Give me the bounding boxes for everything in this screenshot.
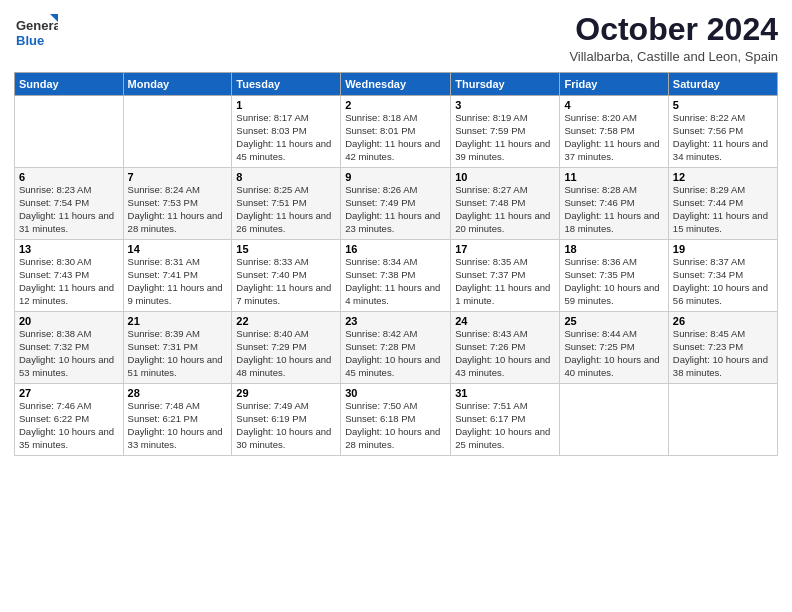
- logo-icon: General Blue: [14, 12, 58, 56]
- day-number: 14: [128, 243, 228, 255]
- cell-info: Sunrise: 8:45 AM Sunset: 7:23 PM Dayligh…: [673, 328, 773, 379]
- day-number: 4: [564, 99, 663, 111]
- cell-info: Sunrise: 8:36 AM Sunset: 7:35 PM Dayligh…: [564, 256, 663, 307]
- day-number: 20: [19, 315, 119, 327]
- calendar-cell: 28Sunrise: 7:48 AM Sunset: 6:21 PM Dayli…: [123, 384, 232, 456]
- header: General Blue October 2024 Villalbarba, C…: [14, 12, 778, 64]
- cell-info: Sunrise: 8:31 AM Sunset: 7:41 PM Dayligh…: [128, 256, 228, 307]
- col-friday: Friday: [560, 73, 668, 96]
- calendar-cell: 16Sunrise: 8:34 AM Sunset: 7:38 PM Dayli…: [341, 240, 451, 312]
- calendar-cell: 2Sunrise: 8:18 AM Sunset: 8:01 PM Daylig…: [341, 96, 451, 168]
- cell-info: Sunrise: 8:24 AM Sunset: 7:53 PM Dayligh…: [128, 184, 228, 235]
- day-number: 23: [345, 315, 446, 327]
- day-number: 19: [673, 243, 773, 255]
- calendar-cell: [15, 96, 124, 168]
- cell-info: Sunrise: 8:39 AM Sunset: 7:31 PM Dayligh…: [128, 328, 228, 379]
- cell-info: Sunrise: 7:49 AM Sunset: 6:19 PM Dayligh…: [236, 400, 336, 451]
- day-number: 30: [345, 387, 446, 399]
- calendar-cell: 29Sunrise: 7:49 AM Sunset: 6:19 PM Dayli…: [232, 384, 341, 456]
- day-number: 3: [455, 99, 555, 111]
- calendar-cell: 11Sunrise: 8:28 AM Sunset: 7:46 PM Dayli…: [560, 168, 668, 240]
- cell-info: Sunrise: 8:34 AM Sunset: 7:38 PM Dayligh…: [345, 256, 446, 307]
- calendar-cell: 24Sunrise: 8:43 AM Sunset: 7:26 PM Dayli…: [451, 312, 560, 384]
- cell-info: Sunrise: 8:37 AM Sunset: 7:34 PM Dayligh…: [673, 256, 773, 307]
- location-subtitle: Villalbarba, Castille and Leon, Spain: [569, 49, 778, 64]
- calendar-cell: 23Sunrise: 8:42 AM Sunset: 7:28 PM Dayli…: [341, 312, 451, 384]
- calendar-cell: 14Sunrise: 8:31 AM Sunset: 7:41 PM Dayli…: [123, 240, 232, 312]
- calendar-cell: 26Sunrise: 8:45 AM Sunset: 7:23 PM Dayli…: [668, 312, 777, 384]
- calendar-cell: 9Sunrise: 8:26 AM Sunset: 7:49 PM Daylig…: [341, 168, 451, 240]
- calendar-cell: 4Sunrise: 8:20 AM Sunset: 7:58 PM Daylig…: [560, 96, 668, 168]
- cell-info: Sunrise: 8:26 AM Sunset: 7:49 PM Dayligh…: [345, 184, 446, 235]
- day-number: 31: [455, 387, 555, 399]
- calendar-cell: 17Sunrise: 8:35 AM Sunset: 7:37 PM Dayli…: [451, 240, 560, 312]
- calendar-cell: [560, 384, 668, 456]
- calendar-table: Sunday Monday Tuesday Wednesday Thursday…: [14, 72, 778, 456]
- day-number: 5: [673, 99, 773, 111]
- day-number: 10: [455, 171, 555, 183]
- day-number: 29: [236, 387, 336, 399]
- cell-info: Sunrise: 8:33 AM Sunset: 7:40 PM Dayligh…: [236, 256, 336, 307]
- col-monday: Monday: [123, 73, 232, 96]
- calendar-week-row: 1Sunrise: 8:17 AM Sunset: 8:03 PM Daylig…: [15, 96, 778, 168]
- cell-info: Sunrise: 8:25 AM Sunset: 7:51 PM Dayligh…: [236, 184, 336, 235]
- day-number: 11: [564, 171, 663, 183]
- calendar-cell: 8Sunrise: 8:25 AM Sunset: 7:51 PM Daylig…: [232, 168, 341, 240]
- day-number: 27: [19, 387, 119, 399]
- day-number: 26: [673, 315, 773, 327]
- day-number: 7: [128, 171, 228, 183]
- calendar-cell: 25Sunrise: 8:44 AM Sunset: 7:25 PM Dayli…: [560, 312, 668, 384]
- col-saturday: Saturday: [668, 73, 777, 96]
- day-number: 1: [236, 99, 336, 111]
- cell-info: Sunrise: 8:40 AM Sunset: 7:29 PM Dayligh…: [236, 328, 336, 379]
- calendar-header-row: Sunday Monday Tuesday Wednesday Thursday…: [15, 73, 778, 96]
- day-number: 24: [455, 315, 555, 327]
- calendar-week-row: 6Sunrise: 8:23 AM Sunset: 7:54 PM Daylig…: [15, 168, 778, 240]
- cell-info: Sunrise: 8:30 AM Sunset: 7:43 PM Dayligh…: [19, 256, 119, 307]
- calendar-cell: 10Sunrise: 8:27 AM Sunset: 7:48 PM Dayli…: [451, 168, 560, 240]
- calendar-cell: 15Sunrise: 8:33 AM Sunset: 7:40 PM Dayli…: [232, 240, 341, 312]
- col-thursday: Thursday: [451, 73, 560, 96]
- calendar-cell: 3Sunrise: 8:19 AM Sunset: 7:59 PM Daylig…: [451, 96, 560, 168]
- day-number: 8: [236, 171, 336, 183]
- day-number: 9: [345, 171, 446, 183]
- calendar-cell: 27Sunrise: 7:46 AM Sunset: 6:22 PM Dayli…: [15, 384, 124, 456]
- svg-text:Blue: Blue: [16, 33, 44, 48]
- calendar-cell: 13Sunrise: 8:30 AM Sunset: 7:43 PM Dayli…: [15, 240, 124, 312]
- day-number: 22: [236, 315, 336, 327]
- calendar-cell: 6Sunrise: 8:23 AM Sunset: 7:54 PM Daylig…: [15, 168, 124, 240]
- cell-info: Sunrise: 8:17 AM Sunset: 8:03 PM Dayligh…: [236, 112, 336, 163]
- calendar-week-row: 20Sunrise: 8:38 AM Sunset: 7:32 PM Dayli…: [15, 312, 778, 384]
- calendar-cell: 1Sunrise: 8:17 AM Sunset: 8:03 PM Daylig…: [232, 96, 341, 168]
- day-number: 18: [564, 243, 663, 255]
- day-number: 28: [128, 387, 228, 399]
- cell-info: Sunrise: 7:50 AM Sunset: 6:18 PM Dayligh…: [345, 400, 446, 451]
- cell-info: Sunrise: 8:42 AM Sunset: 7:28 PM Dayligh…: [345, 328, 446, 379]
- page: General Blue October 2024 Villalbarba, C…: [0, 0, 792, 612]
- day-number: 21: [128, 315, 228, 327]
- calendar-cell: [123, 96, 232, 168]
- title-block: October 2024 Villalbarba, Castille and L…: [569, 12, 778, 64]
- cell-info: Sunrise: 8:22 AM Sunset: 7:56 PM Dayligh…: [673, 112, 773, 163]
- calendar-cell: 19Sunrise: 8:37 AM Sunset: 7:34 PM Dayli…: [668, 240, 777, 312]
- cell-info: Sunrise: 8:43 AM Sunset: 7:26 PM Dayligh…: [455, 328, 555, 379]
- col-wednesday: Wednesday: [341, 73, 451, 96]
- calendar-cell: 5Sunrise: 8:22 AM Sunset: 7:56 PM Daylig…: [668, 96, 777, 168]
- calendar-cell: 30Sunrise: 7:50 AM Sunset: 6:18 PM Dayli…: [341, 384, 451, 456]
- cell-info: Sunrise: 8:28 AM Sunset: 7:46 PM Dayligh…: [564, 184, 663, 235]
- day-number: 16: [345, 243, 446, 255]
- calendar-week-row: 27Sunrise: 7:46 AM Sunset: 6:22 PM Dayli…: [15, 384, 778, 456]
- day-number: 13: [19, 243, 119, 255]
- col-sunday: Sunday: [15, 73, 124, 96]
- calendar-cell: 18Sunrise: 8:36 AM Sunset: 7:35 PM Dayli…: [560, 240, 668, 312]
- day-number: 15: [236, 243, 336, 255]
- calendar-week-row: 13Sunrise: 8:30 AM Sunset: 7:43 PM Dayli…: [15, 240, 778, 312]
- svg-text:General: General: [16, 18, 58, 33]
- day-number: 2: [345, 99, 446, 111]
- calendar-cell: 12Sunrise: 8:29 AM Sunset: 7:44 PM Dayli…: [668, 168, 777, 240]
- cell-info: Sunrise: 7:46 AM Sunset: 6:22 PM Dayligh…: [19, 400, 119, 451]
- cell-info: Sunrise: 8:38 AM Sunset: 7:32 PM Dayligh…: [19, 328, 119, 379]
- logo: General Blue: [14, 12, 58, 56]
- cell-info: Sunrise: 8:35 AM Sunset: 7:37 PM Dayligh…: [455, 256, 555, 307]
- cell-info: Sunrise: 7:51 AM Sunset: 6:17 PM Dayligh…: [455, 400, 555, 451]
